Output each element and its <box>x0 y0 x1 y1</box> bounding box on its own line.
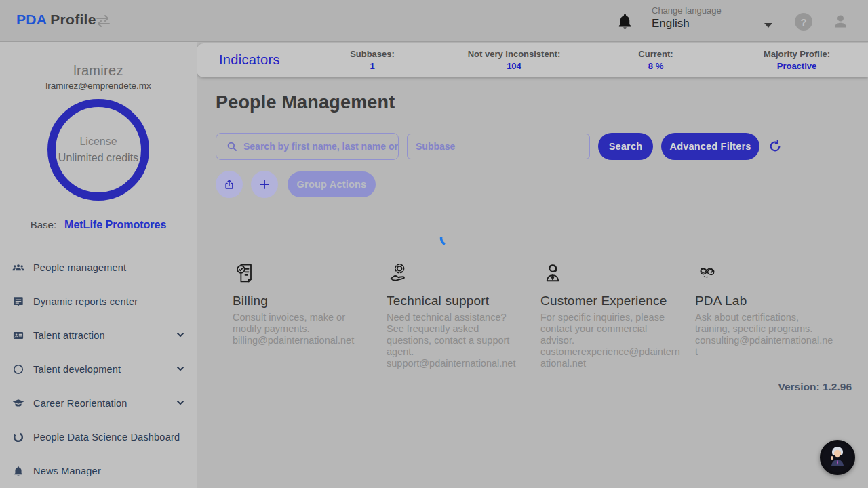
contact-card-pda-lab[interactable]: PDA Lab Ask about certifications, traini… <box>695 261 835 358</box>
sidebar-item-people-data-science[interactable]: People Data Science Dashboard <box>0 420 197 454</box>
plus-icon <box>258 178 271 190</box>
infinity-icon <box>695 261 719 285</box>
license-ring: License Unlimited credits <box>47 99 149 201</box>
sidebar-item-label: News Manager <box>33 466 101 476</box>
chevron-down-icon <box>176 364 185 373</box>
contact-card-billing[interactable]: Billing Consult invoices, make or modify… <box>233 261 372 346</box>
people-icon <box>12 261 25 274</box>
indicators-title: Indicators <box>219 52 280 68</box>
refresh-icon[interactable] <box>768 139 783 154</box>
sidebar-item-label: Career Reorientation <box>33 398 127 409</box>
search-input[interactable] <box>243 134 398 159</box>
stat-inconsistent: Not very inconsistent: 104 <box>468 49 561 71</box>
stat-label: Current: <box>638 49 673 59</box>
subbase-field <box>407 134 590 159</box>
card-title: PDA Lab <box>695 293 835 308</box>
sidebar-item-label: Talent development <box>33 364 121 375</box>
stat-subbases: Subbases: 1 <box>350 49 395 71</box>
stat-current: Current: 8 % <box>638 49 673 71</box>
page-title: People Management <box>216 92 395 113</box>
topbar: PDAProfile Change language English ? <box>0 0 868 42</box>
stat-label: Subbases: <box>350 49 395 59</box>
sidebar: lramirez lramirez@emprendete.mx License … <box>0 42 197 488</box>
base-row: Base:MetLife Promotores <box>0 219 197 231</box>
card-email: billing@pdainternational.net <box>233 335 372 346</box>
notifications-bell-icon[interactable] <box>616 12 634 30</box>
id-card-icon <box>12 329 25 342</box>
sidebar-user-email: lramirez@emprendete.mx <box>0 81 197 91</box>
stat-value: 104 <box>468 61 561 71</box>
sidebar-item-label: Dynamic reports center <box>33 296 138 307</box>
sidebar-item-dynamic-reports[interactable]: Dynamic reports center <box>0 285 197 319</box>
search-icon <box>226 140 238 152</box>
chevron-down-icon <box>176 330 185 340</box>
sidebar-nav: People management Dynamic reports center… <box>0 251 197 488</box>
card-description: Ask about certifications, training, spec… <box>695 312 835 335</box>
stat-majority-profile: Majority Profile: Proactive <box>764 49 830 71</box>
stat-label: Not very inconsistent: <box>468 49 561 59</box>
stat-label: Majority Profile: <box>764 49 830 59</box>
group-actions-button[interactable]: Group Actions <box>288 171 376 197</box>
brand-profile: Profile <box>50 12 96 27</box>
sidebar-item-talent-attraction[interactable]: Talent attraction <box>0 319 197 352</box>
card-description: For specific inquiries, please contact y… <box>540 312 680 346</box>
app-screen: PDAProfile Change language English ? <box>0 0 868 488</box>
license-label: License <box>79 136 117 148</box>
chevron-down-icon <box>176 398 185 407</box>
sidebar-item-news-manager[interactable]: News Manager <box>0 454 197 488</box>
license-value: Unlimited credits <box>58 152 138 164</box>
card-description: Need technical assistance? See frequentl… <box>387 312 526 358</box>
sidebar-item-label: People Data Science Dashboard <box>33 432 180 443</box>
help-glyph: ? <box>800 16 806 28</box>
sidebar-item-people-management[interactable]: People management <box>0 251 197 285</box>
brand-logo: PDAProfile <box>16 12 96 28</box>
add-button[interactable] <box>251 171 278 198</box>
chevron-down-icon <box>764 23 772 28</box>
advanced-filters-button[interactable]: Advanced Filters <box>661 133 760 160</box>
sidebar-item-talent-development[interactable]: Talent development <box>0 352 197 386</box>
change-language-label: Change language <box>652 5 722 16</box>
bell-icon <box>12 464 25 478</box>
swap-arrows-icon[interactable] <box>94 13 113 29</box>
base-label: Base: <box>31 219 56 230</box>
invoice-icon <box>233 261 257 285</box>
export-button[interactable] <box>216 171 243 198</box>
card-email: customerexperience@pdainternational.net <box>540 346 680 369</box>
language-value: English <box>652 17 690 30</box>
loading-spinner <box>439 229 457 247</box>
contact-card-technical-support[interactable]: Technical support Need technical assista… <box>387 261 526 369</box>
assistant-character-icon <box>823 443 852 472</box>
card-email: support@pdainternational.net <box>387 358 526 369</box>
base-value-link[interactable]: MetLife Promotores <box>64 219 166 230</box>
circle-icon <box>12 363 25 376</box>
subbase-input[interactable] <box>416 134 589 159</box>
stat-value: 1 <box>350 61 395 71</box>
assistant-avatar[interactable] <box>820 440 855 475</box>
sidebar-item-label: Talent attraction <box>33 330 105 341</box>
card-title: Customer Experience <box>540 293 680 308</box>
language-select[interactable]: English <box>652 17 774 35</box>
sidebar-item-career-reorientation[interactable]: Career Reorientation <box>0 386 197 420</box>
card-title: Billing <box>233 293 372 308</box>
donut-icon <box>12 430 25 444</box>
user-profile-icon[interactable] <box>831 12 850 30</box>
indicators-bar: Indicators Subbases: 1 Not very inconsis… <box>197 43 868 77</box>
hand-gear-icon <box>387 261 411 285</box>
export-icon <box>223 178 235 190</box>
stat-value: 8 % <box>638 61 673 71</box>
help-icon[interactable]: ? <box>795 13 812 30</box>
card-title: Technical support <box>387 293 526 308</box>
search-button[interactable]: Search <box>598 133 653 160</box>
sidebar-username: lramirez <box>0 63 197 79</box>
report-icon <box>12 295 25 308</box>
support-agent-icon <box>540 261 565 285</box>
graduation-cap-icon <box>12 396 25 410</box>
sidebar-item-label: People management <box>33 262 126 273</box>
contact-card-customer-experience[interactable]: Customer Experience For specific inquiri… <box>540 261 680 369</box>
version-label: Version: 1.2.96 <box>778 381 852 393</box>
stat-value: Proactive <box>764 61 830 71</box>
card-description: Consult invoices, make or modify payment… <box>233 312 372 335</box>
search-field <box>216 133 399 160</box>
card-email: consulting@pdainternational.net <box>695 335 835 358</box>
brand-pda: PDA <box>16 12 47 27</box>
